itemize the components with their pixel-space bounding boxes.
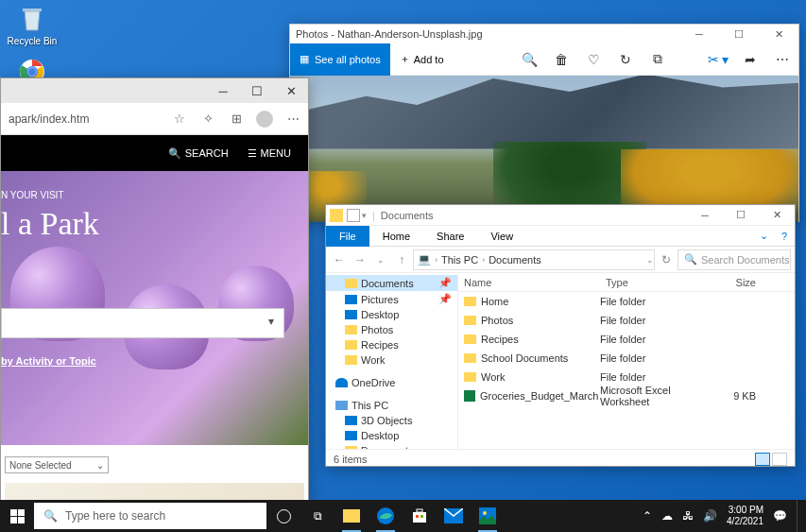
heart-icon: ♡ [588, 52, 600, 67]
list-item[interactable]: HomeFile folder [458, 292, 795, 311]
folder-icon [464, 372, 476, 382]
activity-topic-link[interactable]: by Activity or Topic [1, 355, 96, 367]
taskbar-edge[interactable] [369, 500, 403, 532]
close-button[interactable]: ✕ [759, 205, 795, 226]
explorer-search[interactable]: 🔍Search Documents [677, 249, 791, 270]
tree-3dobjects[interactable]: 3D Objects [326, 413, 457, 428]
start-button[interactable] [0, 500, 34, 532]
minimize-button[interactable]: ─ [679, 25, 719, 43]
tree-desktop[interactable]: Desktop [326, 307, 457, 322]
hero-subtitle: N YOUR VISIT [1, 190, 308, 200]
view-details-button[interactable] [755, 453, 770, 466]
action-center-button[interactable]: 💬 [773, 509, 787, 523]
help-button[interactable]: ? [774, 231, 795, 242]
tree-onedrive[interactable]: OneDrive [326, 375, 457, 390]
breadcrumb[interactable]: 💻› This PC› Documents ⌄ [413, 249, 655, 270]
col-type[interactable]: Type [600, 277, 709, 288]
zoom-button[interactable]: 🔍 [513, 43, 545, 76]
tree-photos[interactable]: Photos [326, 322, 457, 337]
col-name[interactable]: Name [458, 277, 600, 288]
list-item[interactable]: Groceries_Budget_MarchMicrosoft Excel Wo… [458, 386, 795, 405]
up-button[interactable]: ↑ [392, 250, 411, 269]
clock[interactable]: 3:00 PM 4/2/2021 [727, 505, 763, 527]
photos-titlebar[interactable]: Photos - Nathan-Anderson-Unsplash.jpg ─ … [290, 25, 798, 43]
share-button[interactable]: ➦ [734, 43, 766, 76]
site-search-button[interactable]: 🔍SEARCH [161, 144, 236, 163]
close-button[interactable]: ✕ [274, 78, 308, 103]
task-view-button[interactable]: ⧉ [300, 500, 334, 532]
show-desktop-button[interactable] [797, 500, 802, 532]
crumb-thispc[interactable]: This PC [441, 254, 478, 266]
park-select[interactable] [1, 308, 284, 338]
list-item[interactable]: School DocumentsFile folder [458, 349, 795, 368]
maximize-button[interactable]: ☐ [240, 78, 274, 103]
ellipsis-icon: ⋯ [776, 52, 789, 67]
tree-recipes[interactable]: Recipes [326, 337, 457, 352]
list-item[interactable]: WorkFile folder [458, 368, 795, 386]
menu-button[interactable]: ⋯ [282, 108, 304, 130]
collections-button[interactable]: ⊞ [225, 108, 248, 130]
url-field[interactable]: apark/index.htm [5, 112, 163, 126]
delete-button[interactable]: 🗑 [545, 43, 577, 76]
tree-desktop2[interactable]: Desktop [326, 428, 457, 443]
tab-home[interactable]: Home [369, 226, 423, 247]
col-size[interactable]: Size [709, 277, 765, 288]
tab-share[interactable]: Share [423, 226, 477, 247]
site-menu-button[interactable]: ☰MENU [240, 144, 299, 163]
site-nav: 🔍SEARCH ☰MENU [1, 135, 308, 171]
list-item[interactable]: PhotosFile folder [458, 311, 795, 330]
profile-button[interactable] [253, 108, 276, 130]
tree-work[interactable]: Work [326, 352, 457, 368]
view-icons-button[interactable] [772, 453, 787, 466]
taskbar-store[interactable] [403, 500, 437, 532]
crop-button[interactable]: ⧉ [642, 43, 674, 76]
excel-icon [464, 390, 475, 402]
network-tray-icon[interactable]: 🖧 [682, 509, 694, 523]
see-all-photos-button[interactable]: ▦ See all photos [290, 43, 390, 76]
tree-documents2[interactable]: Documents [326, 443, 457, 449]
photo-viewport[interactable] [290, 76, 798, 222]
cortana-button[interactable] [266, 500, 300, 532]
close-button[interactable]: ✕ [759, 25, 798, 43]
maximize-button[interactable]: ☐ [723, 205, 759, 226]
tab-file[interactable]: File [326, 226, 369, 247]
reading-list-button[interactable]: ✧ [197, 108, 219, 130]
tree-thispc[interactable]: This PC [326, 398, 457, 413]
volume-tray-icon[interactable]: 🔊 [703, 509, 717, 523]
svg-rect-8 [420, 515, 423, 518]
collection-icon: ▦ [300, 53, 309, 65]
more-button[interactable]: ⋯ [766, 43, 798, 76]
add-to-button[interactable]: ＋ Add to [390, 43, 454, 76]
taskbar-explorer[interactable] [334, 500, 369, 532]
ribbon-expand-button[interactable]: ⌄ [753, 230, 774, 242]
crumb-current[interactable]: Documents [489, 254, 541, 266]
chevron-down-icon: ⌄ [96, 460, 104, 471]
favorite-star-button[interactable]: ☆ [168, 108, 191, 130]
maximize-button[interactable]: ☐ [719, 25, 759, 43]
taskbar-search[interactable]: 🔍Type here to search [34, 503, 266, 529]
minimize-button[interactable]: ─ [206, 78, 240, 103]
onedrive-tray-icon[interactable]: ☁ [661, 509, 673, 523]
browser-titlebar[interactable]: ─ ☐ ✕ [1, 78, 308, 103]
explorer-titlebar[interactable]: ▾ | Documents ─ ☐ ✕ [326, 205, 795, 226]
taskbar-photos[interactable] [471, 500, 505, 532]
refresh-button[interactable]: ↻ [657, 250, 676, 269]
tree-documents[interactable]: Documents📌 [326, 275, 457, 291]
state-select[interactable]: None Selected⌄ [5, 456, 109, 473]
taskview-icon: ⧉ [314, 509, 322, 523]
browser-window: ─ ☐ ✕ apark/index.htm ☆ ✧ ⊞ ⋯ 🔍SEARCH ☰M… [0, 77, 309, 506]
tree-pictures[interactable]: Pictures📌 [326, 291, 457, 307]
recycle-bin[interactable]: Recycle Bin [4, 4, 60, 46]
minimize-button[interactable]: ─ [687, 205, 723, 226]
list-item[interactable]: RecipesFile folder [458, 330, 795, 349]
tab-view[interactable]: View [477, 226, 526, 247]
rotate-button[interactable]: ↻ [609, 43, 642, 76]
favorite-button[interactable]: ♡ [577, 43, 609, 76]
tray-overflow-button[interactable]: ⌃ [643, 509, 652, 523]
recent-locations-button[interactable]: ⌄ [371, 250, 390, 269]
forward-button[interactable]: → [351, 250, 369, 269]
svg-rect-7 [416, 515, 419, 518]
edit-button[interactable]: ✂ ▾ [702, 43, 734, 76]
taskbar-mail[interactable] [437, 500, 471, 532]
back-button[interactable]: ← [330, 250, 349, 269]
